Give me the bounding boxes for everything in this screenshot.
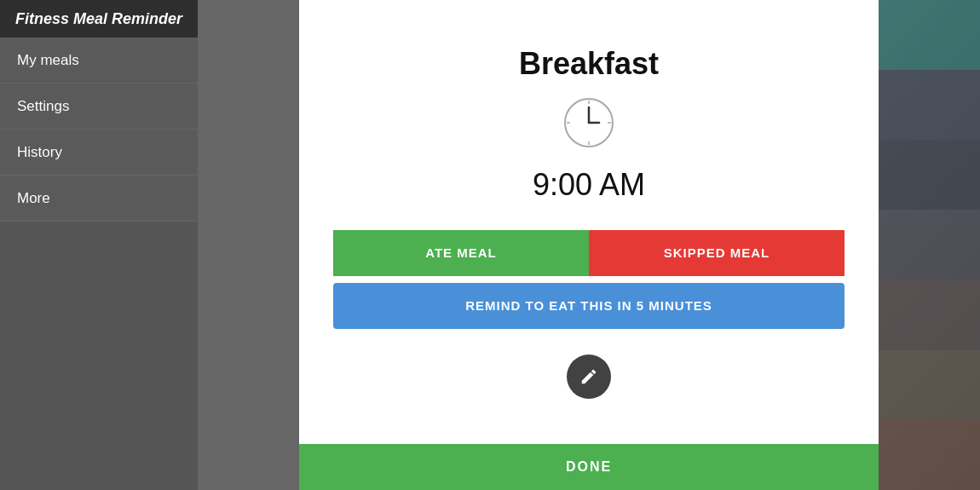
clock-icon (562, 95, 616, 153)
sidebar: Fitness Meal Reminder My meals Settings … (0, 0, 198, 490)
app-header: Fitness Meal Reminder (0, 0, 198, 37)
meal-reminder-modal: Breakfast 9:00 AM ATE MEAL SKIPPED (299, 0, 879, 490)
sidebar-item-my-meals[interactable]: My meals (0, 37, 198, 84)
sidebar-item-settings[interactable]: Settings (0, 84, 198, 130)
action-row: ATE MEAL SKIPPED MEAL (333, 230, 845, 276)
edit-button[interactable] (567, 355, 611, 399)
sidebar-item-label: Settings (17, 98, 69, 115)
sidebar-item-history[interactable]: History (0, 130, 198, 176)
sidebar-item-label: History (17, 144, 62, 161)
modal-overlay: Breakfast 9:00 AM ATE MEAL SKIPPED (198, 0, 980, 490)
sidebar-item-more[interactable]: More (0, 176, 198, 222)
sidebar-item-label: More (17, 190, 50, 207)
modal-actions: ATE MEAL SKIPPED MEAL REMIND TO EAT THIS… (316, 230, 862, 329)
modal-body: Breakfast 9:00 AM ATE MEAL SKIPPED (299, 0, 879, 444)
skipped-meal-button[interactable]: SKIPPED MEAL (589, 230, 845, 276)
ate-meal-button[interactable]: ATE MEAL (333, 230, 589, 276)
pencil-icon (579, 367, 598, 386)
app-title: Fitness Meal Reminder (15, 10, 182, 28)
meal-time: 9:00 AM (533, 167, 645, 203)
done-label: DONE (566, 459, 612, 475)
remind-button[interactable]: REMIND TO EAT THIS IN 5 MINUTES (333, 283, 845, 329)
sidebar-item-label: My meals (17, 52, 79, 69)
done-button[interactable]: DONE (299, 444, 879, 490)
meal-title: Breakfast (519, 46, 659, 82)
